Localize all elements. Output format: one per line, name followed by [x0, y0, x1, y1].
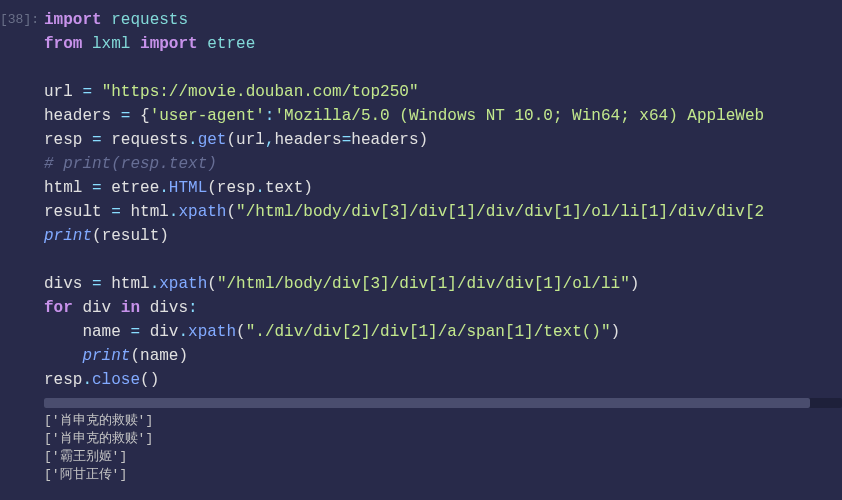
code-line[interactable] [44, 248, 842, 272]
cell-prompt: [38]: [0, 8, 44, 392]
code-line[interactable]: print(name) [44, 344, 842, 368]
code-line[interactable]: headers = {'user-agent':'Mozilla/5.0 (Wi… [44, 104, 842, 128]
output-line: ['肖申克的救赎'] [44, 412, 842, 430]
output-line: ['霸王别姬'] [44, 448, 842, 466]
code-line[interactable]: from lxml import etree [44, 32, 842, 56]
code-line[interactable]: name = div.xpath("./div/div[2]/div[1]/a/… [44, 320, 842, 344]
cell-output: ['肖申克的救赎']['肖申克的救赎']['霸王别姬']['阿甘正传'] [44, 412, 842, 484]
code-line[interactable]: resp = requests.get(url,headers=headers) [44, 128, 842, 152]
code-line[interactable]: url = "https://movie.douban.com/top250" [44, 80, 842, 104]
scrollbar-thumb[interactable] [44, 398, 810, 408]
code-line[interactable]: # print(resp.text) [44, 152, 842, 176]
code-line[interactable]: print(result) [44, 224, 842, 248]
code-line[interactable]: import requests [44, 8, 842, 32]
code-editor[interactable]: import requestsfrom lxml import etree ur… [44, 8, 842, 392]
code-line[interactable]: for div in divs: [44, 296, 842, 320]
code-cell: [38]: import requestsfrom lxml import et… [0, 0, 842, 392]
code-line[interactable] [44, 56, 842, 80]
code-line[interactable]: html = etree.HTML(resp.text) [44, 176, 842, 200]
output-line: ['肖申克的救赎'] [44, 430, 842, 448]
code-line[interactable]: divs = html.xpath("/html/body/div[3]/div… [44, 272, 842, 296]
horizontal-scrollbar[interactable] [44, 398, 842, 408]
code-line[interactable]: resp.close() [44, 368, 842, 392]
output-line: ['阿甘正传'] [44, 466, 842, 484]
code-line[interactable]: result = html.xpath("/html/body/div[3]/d… [44, 200, 842, 224]
